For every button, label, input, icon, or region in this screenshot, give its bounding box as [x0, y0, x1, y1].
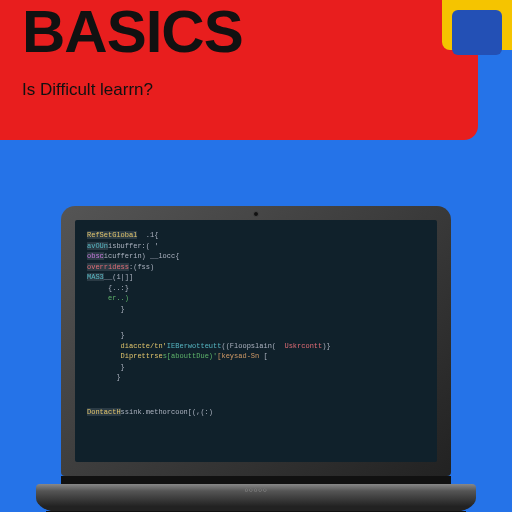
- code-line: {..:}: [87, 283, 425, 294]
- laptop-hinge: [61, 476, 451, 484]
- code-line: DontactHssink.methorcoon[(,(:): [87, 407, 425, 418]
- code-line: }: [87, 372, 425, 383]
- laptop-brand-label: ○○○○○: [244, 487, 267, 493]
- code-editor-screen: RefSetGlobal .1{avOUnisbuffer:( 'obscicu…: [75, 220, 437, 462]
- code-line: RefSetGlobal .1{: [87, 230, 425, 241]
- page-title: BASICS: [22, 0, 456, 62]
- code-line: avOUnisbuffer:( ': [87, 241, 425, 252]
- laptop-base: ○○○○○: [36, 484, 476, 512]
- code-line: [87, 322, 425, 330]
- header-panel: BASICS Is Difficult learrn?: [0, 0, 478, 140]
- webcam-icon: [253, 211, 259, 217]
- code-line: }: [87, 304, 425, 315]
- laptop-screen-frame: RefSetGlobal .1{avOUnisbuffer:( 'obscicu…: [61, 206, 451, 476]
- accent-blue-block: [452, 10, 502, 55]
- code-line: obscicufferin) __locc{: [87, 251, 425, 262]
- code-line: [87, 314, 425, 322]
- code-line: diaccte/tn'IEBerwotteutt((Floopslain( Us…: [87, 341, 425, 352]
- code-line: [87, 399, 425, 407]
- code-line: overridess:(fss): [87, 262, 425, 273]
- laptop-illustration: RefSetGlobal .1{avOUnisbuffer:( 'obscicu…: [36, 206, 476, 512]
- code-line: MAS3__(1|]]: [87, 272, 425, 283]
- code-line: }: [87, 330, 425, 341]
- page-subtitle: Is Difficult learrn?: [22, 80, 456, 100]
- code-line: er..): [87, 293, 425, 304]
- code-line: [87, 391, 425, 399]
- code-line: Diprettrses[abouttDue)'[keysad-Sn [: [87, 351, 425, 362]
- code-line: }: [87, 362, 425, 373]
- code-line: [87, 383, 425, 391]
